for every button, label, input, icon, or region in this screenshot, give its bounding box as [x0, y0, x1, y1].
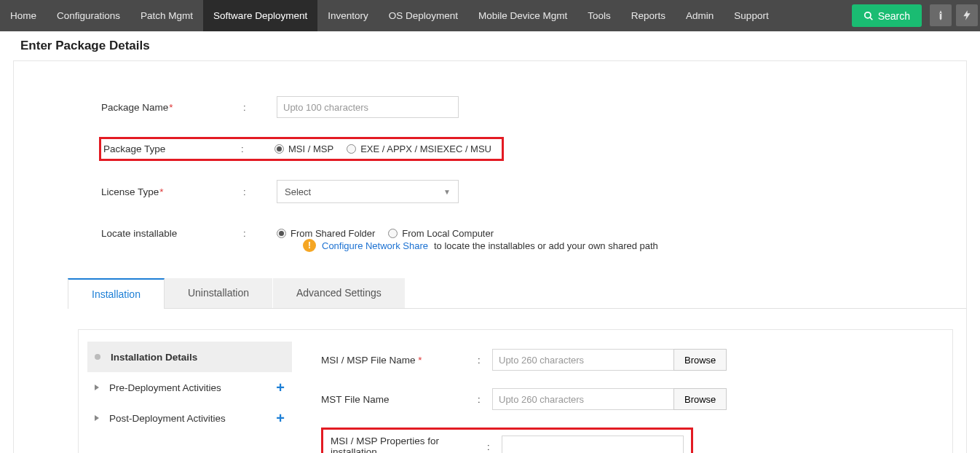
locate-installable-label: Locate installable	[101, 228, 243, 239]
sidebar-item-label: Installation Details	[111, 352, 285, 363]
license-type-label: License Type*	[101, 186, 243, 197]
msi-properties-highlight: MSI / MSP Properties for installation :	[321, 428, 693, 453]
nav-patch-mgmt[interactable]: Patch Mgmt	[130, 0, 203, 31]
search-label: Search	[878, 10, 910, 22]
triangle-right-icon	[95, 385, 99, 390]
sidebar-item-pre-deployment[interactable]: Pre-Deployment Activities +	[87, 372, 292, 403]
radio-icon	[277, 229, 286, 238]
tab-installation[interactable]: Installation	[68, 278, 165, 309]
search-icon	[864, 11, 874, 21]
radio-label: From Local Computer	[402, 228, 494, 239]
triangle-right-icon	[95, 415, 99, 421]
package-name-input[interactable]	[277, 96, 459, 118]
nav-reports[interactable]: Reports	[621, 0, 676, 31]
msi-browse-button[interactable]: Browse	[673, 349, 727, 371]
select-placeholder: Select	[285, 186, 311, 197]
radio-label: MSI / MSP	[288, 143, 333, 154]
nav-inventory[interactable]: Inventory	[317, 0, 379, 31]
msi-properties-label: MSI / MSP Properties for installation	[331, 436, 487, 453]
top-nav: Home Configurations Patch Mgmt Software …	[0, 0, 980, 31]
main-panel: Package Name* : Package Type : MSI / MSP…	[13, 60, 967, 453]
bolt-icon-button[interactable]	[956, 4, 978, 26]
rocket-icon	[935, 9, 947, 21]
nav-admin[interactable]: Admin	[676, 0, 724, 31]
info-text: to locate the installables or add your o…	[434, 240, 658, 251]
nav-configurations[interactable]: Configurations	[47, 0, 130, 31]
sidebar-item-installation-details[interactable]: Installation Details	[87, 342, 292, 372]
license-type-select[interactable]: Select ▼	[277, 180, 459, 203]
package-type-msi-radio[interactable]: MSI / MSP	[274, 143, 333, 154]
locate-local-radio[interactable]: From Local Computer	[388, 228, 494, 239]
tab-uninstallation[interactable]: Uninstallation	[165, 278, 273, 308]
mst-file-label: MST File Name	[321, 394, 478, 405]
svg-line-1	[869, 17, 872, 20]
sidebar-item-label: Post-Deployment Activities	[109, 413, 276, 424]
sidebar-item-post-deployment[interactable]: Post-Deployment Activities +	[87, 403, 292, 433]
install-sidebar: Installation Details Pre-Deployment Acti…	[79, 330, 301, 453]
nav-support[interactable]: Support	[724, 0, 778, 31]
radio-label: EXE / APPX / MSIEXEC / MSU	[360, 143, 491, 154]
radio-icon	[347, 144, 356, 154]
tabs: Installation Uninstallation Advanced Set…	[68, 278, 966, 309]
installation-details-area: MSI / MSP File Name * : Browse MST File …	[301, 330, 952, 453]
mst-browse-button[interactable]: Browse	[673, 388, 727, 410]
search-button[interactable]: Search	[852, 4, 922, 27]
package-type-label: Package Type	[99, 143, 241, 154]
nav-mobile-device-mgmt[interactable]: Mobile Device Mgmt	[468, 0, 577, 31]
chevron-down-icon: ▼	[443, 188, 451, 196]
rocket-icon-button[interactable]	[930, 4, 952, 26]
locate-shared-radio[interactable]: From Shared Folder	[277, 228, 375, 239]
nav-home[interactable]: Home	[0, 0, 47, 31]
package-type-highlight: Package Type : MSI / MSP EXE / APPX / MS…	[99, 137, 504, 161]
bullet-icon	[95, 354, 100, 360]
nav-tools[interactable]: Tools	[577, 0, 621, 31]
mst-file-input[interactable]	[492, 388, 674, 410]
bolt-icon	[961, 9, 973, 21]
msi-properties-input[interactable]	[502, 436, 684, 453]
radio-icon	[388, 229, 398, 238]
tab-body: Installation Details Pre-Deployment Acti…	[78, 329, 953, 453]
radio-icon	[274, 144, 284, 154]
package-type-exe-radio[interactable]: EXE / APPX / MSIEXEC / MSU	[347, 143, 491, 154]
page-title: Enter Package Details	[0, 31, 980, 60]
nav-software-deployment[interactable]: Software Deployment	[203, 0, 317, 31]
plus-icon[interactable]: +	[276, 410, 285, 427]
sidebar-item-label: Pre-Deployment Activities	[109, 382, 276, 393]
warning-icon: !	[303, 239, 316, 252]
plus-icon[interactable]: +	[276, 379, 285, 396]
tab-advanced-settings[interactable]: Advanced Settings	[273, 278, 406, 308]
radio-label: From Shared Folder	[291, 228, 375, 239]
configure-network-share-link[interactable]: Configure Network Share	[322, 240, 428, 251]
svg-point-0	[864, 12, 870, 17]
package-name-label: Package Name*	[101, 102, 243, 113]
msi-file-label: MSI / MSP File Name *	[321, 355, 478, 366]
msi-file-input[interactable]	[492, 349, 674, 371]
nav-os-deployment[interactable]: OS Deployment	[379, 0, 468, 31]
